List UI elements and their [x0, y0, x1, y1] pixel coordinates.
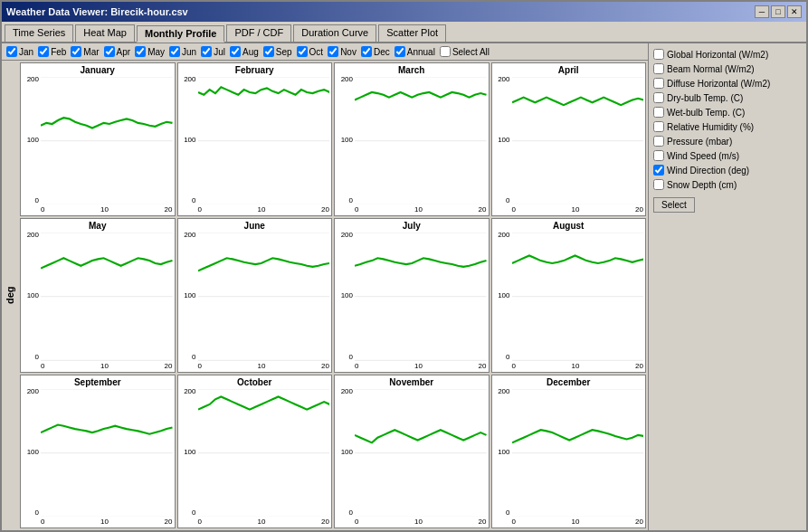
chart-august: August200100001020 — [491, 218, 647, 372]
month-checkbox-dec[interactable]: Dec — [361, 46, 390, 57]
month-checkbox-jun[interactable]: Jun — [169, 46, 196, 57]
chart-title-june: June — [178, 221, 332, 231]
maximize-button[interactable]: □ — [771, 5, 785, 18]
chart-june: June200100001020 — [177, 218, 333, 372]
x-ticks: 01020 — [512, 517, 644, 527]
y-axis-label: deg — [2, 61, 18, 530]
title-bar: Weather Data Viewer: Birecik-hour.csv ─ … — [2, 2, 806, 22]
month-checkbox-select-all[interactable]: Select All — [440, 46, 490, 57]
chart-july: July200100001020 — [334, 218, 490, 372]
month-checkbox-annual[interactable]: Annual — [394, 46, 435, 57]
tab-duration-curve[interactable]: Duration Curve — [293, 24, 376, 42]
chart-title-october: October — [178, 377, 332, 387]
variable-row-snow-depth--cm-[interactable]: Snow Depth (cm) — [653, 178, 802, 191]
y-ticks: 2001000 — [21, 75, 41, 204]
y-ticks: 2001000 — [335, 231, 355, 360]
chart-svg-june — [198, 233, 330, 360]
y-ticks: 2001000 — [335, 387, 355, 517]
chart-title-july: July — [335, 221, 489, 231]
chart-title-september: September — [21, 377, 175, 387]
y-ticks: 2001000 — [178, 387, 198, 517]
chart-december: December200100001020 — [491, 375, 647, 528]
chart-title-january: January — [21, 65, 175, 75]
chart-september: September200100001020 — [20, 375, 176, 528]
tab-heat-map[interactable]: Heat Map — [75, 24, 135, 42]
x-ticks: 01020 — [41, 361, 173, 372]
month-checkbox-oct[interactable]: Oct — [297, 46, 324, 57]
variable-row-global-horizontal--w-m2-[interactable]: Global Horizontal (W/m2) — [653, 48, 802, 61]
chart-svg-july — [355, 233, 487, 360]
close-button[interactable]: ✕ — [787, 5, 802, 18]
tab-monthly-profile[interactable]: Monthly Profile — [137, 25, 224, 43]
variable-row-wet-bulb-temp---c-[interactable]: Wet-bulb Temp. (C) — [653, 106, 802, 119]
chart-svg-october — [198, 389, 330, 517]
charts-grid: January200100001020February200100001020M… — [18, 61, 648, 530]
chart-svg-august — [512, 233, 644, 360]
window-title: Weather Data Viewer: Birecik-hour.csv — [6, 6, 188, 17]
chart-title-february: February — [178, 65, 332, 75]
month-checkbox-jan[interactable]: Jan — [6, 46, 33, 57]
x-ticks: 01020 — [355, 361, 487, 372]
minimize-button[interactable]: ─ — [755, 5, 769, 18]
month-checkbox-mar[interactable]: Mar — [71, 46, 99, 57]
x-ticks: 01020 — [198, 517, 330, 527]
tab-time-series[interactable]: Time Series — [5, 24, 73, 42]
variable-row-wind-speed--m-s-[interactable]: Wind Speed (m/s) — [653, 149, 802, 162]
x-ticks: 01020 — [512, 204, 644, 215]
x-ticks: 01020 — [41, 204, 173, 215]
chart-title-august: August — [492, 221, 646, 231]
y-ticks: 2001000 — [21, 387, 41, 517]
x-ticks: 01020 — [41, 517, 173, 527]
x-ticks: 01020 — [198, 361, 330, 372]
chart-october: October200100001020 — [177, 375, 333, 528]
variable-row-diffuse-horizontal--w-m2-[interactable]: Diffuse Horizontal (W/m2) — [653, 77, 802, 90]
tab-pdf-cdf[interactable]: PDF / CDF — [226, 24, 291, 42]
month-checkbox-feb[interactable]: Feb — [38, 46, 66, 57]
chart-svg-may — [41, 233, 173, 360]
main-content: JanFebMarAprMayJunJulAugSepOctNovDecAnnu… — [2, 43, 806, 530]
month-checkbox-nov[interactable]: Nov — [328, 46, 356, 57]
y-ticks: 2001000 — [178, 231, 198, 360]
y-ticks: 2001000 — [492, 387, 512, 517]
title-bar-buttons: ─ □ ✕ — [755, 5, 802, 18]
y-ticks: 2001000 — [492, 75, 512, 204]
main-window: Weather Data Viewer: Birecik-hour.csv ─ … — [0, 0, 808, 532]
variable-row-relative-humidity----[interactable]: Relative Humidity (%) — [653, 120, 802, 133]
chart-november: November200100001020 — [334, 375, 490, 528]
chart-april: April200100001020 — [491, 62, 647, 216]
y-ticks: 2001000 — [21, 231, 41, 360]
chart-svg-december — [512, 389, 644, 517]
month-checkbox-apr[interactable]: Apr — [104, 46, 131, 57]
chart-title-april: April — [492, 65, 646, 75]
y-ticks: 2001000 — [492, 231, 512, 360]
y-ticks: 2001000 — [335, 75, 355, 204]
tab-scatter-plot[interactable]: Scatter Plot — [378, 24, 446, 42]
chart-title-december: December — [492, 377, 646, 387]
chart-may: May200100001020 — [20, 218, 176, 372]
chart-svg-march — [355, 77, 487, 204]
month-checkbox-aug[interactable]: Aug — [230, 46, 259, 57]
variable-row-wind-direction--deg-[interactable]: Wind Direction (deg) — [653, 164, 802, 176]
left-panel: JanFebMarAprMayJunJulAugSepOctNovDecAnnu… — [2, 43, 648, 530]
month-checkbox-may[interactable]: May — [135, 46, 165, 57]
month-checkbox-jul[interactable]: Jul — [201, 46, 225, 57]
month-checkboxes: JanFebMarAprMayJunJulAugSepOctNovDecAnnu… — [2, 43, 648, 61]
variable-row-dry-bulb-temp---c-[interactable]: Dry-bulb Temp. (C) — [653, 91, 802, 104]
variable-row-pressure--mbar-[interactable]: Pressure (mbar) — [653, 135, 802, 147]
charts-area: deg January200100001020February200100001… — [2, 61, 648, 530]
x-ticks: 01020 — [512, 361, 644, 372]
chart-march: March200100001020 — [334, 62, 490, 216]
y-ticks: 2001000 — [178, 75, 198, 204]
chart-january: January200100001020 — [20, 62, 176, 216]
chart-svg-february — [198, 77, 330, 204]
select-button[interactable]: Select — [653, 197, 695, 213]
chart-svg-november — [355, 389, 487, 517]
month-checkbox-sep[interactable]: Sep — [263, 46, 292, 57]
chart-title-march: March — [335, 65, 489, 75]
chart-title-november: November — [335, 377, 489, 387]
chart-svg-april — [512, 77, 644, 204]
tab-bar: Time SeriesHeat MapMonthly ProfilePDF / … — [2, 22, 806, 43]
chart-february: February200100001020 — [177, 62, 333, 216]
chart-title-may: May — [21, 221, 175, 231]
variable-row-beam-normal--w-m2-[interactable]: Beam Normal (W/m2) — [653, 62, 802, 75]
